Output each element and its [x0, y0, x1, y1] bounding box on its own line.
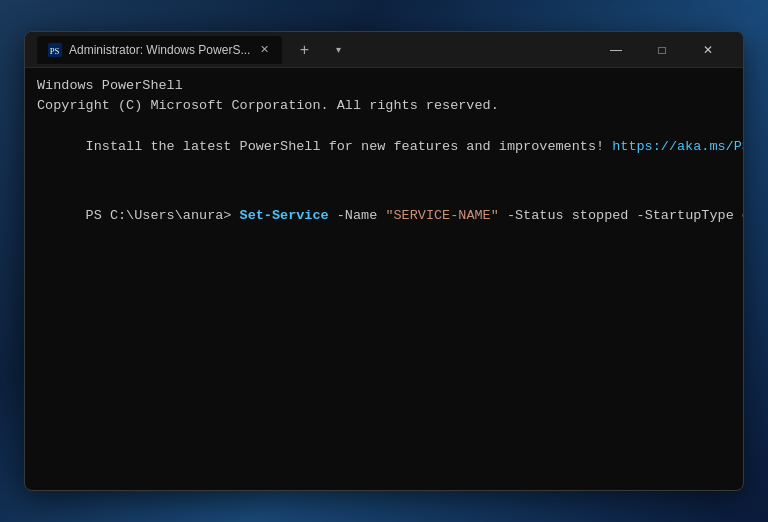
- cmd-param1: -Name: [329, 208, 386, 223]
- cmd-param2: -Status: [499, 208, 572, 223]
- powershell-window: PS Administrator: Windows PowerS... ✕ + …: [24, 31, 744, 491]
- cmd-setservice: Set-Service: [240, 208, 329, 223]
- new-tab-button[interactable]: +: [290, 36, 318, 64]
- terminal-body[interactable]: Windows PowerShell Copyright (C) Microso…: [25, 68, 743, 490]
- window-controls: — □ ✕: [593, 32, 731, 68]
- cmd-string: "SERVICE-NAME": [385, 208, 498, 223]
- terminal-line-3-link: https://aka.ms/PSWindows: [612, 139, 743, 154]
- powershell-icon: PS: [47, 42, 63, 58]
- terminal-line-1: Windows PowerShell: [37, 76, 731, 96]
- tab-label: Administrator: Windows PowerS...: [69, 43, 250, 57]
- minimize-button[interactable]: —: [593, 32, 639, 68]
- terminal-line-3: Install the latest PowerShell for new fe…: [37, 117, 731, 178]
- cmd-disabled: disabled: [742, 208, 743, 223]
- close-button[interactable]: ✕: [685, 32, 731, 68]
- active-tab[interactable]: PS Administrator: Windows PowerS... ✕: [37, 36, 282, 64]
- tab-dropdown-button[interactable]: ▾: [326, 38, 350, 62]
- terminal-prompt: PS C:\Users\anura>: [86, 208, 240, 223]
- titlebar-left: PS Administrator: Windows PowerS... ✕ + …: [37, 36, 585, 64]
- terminal-line-4: PS C:\Users\anura> Set-Service -Name "SE…: [37, 185, 731, 246]
- cmd-value: stopped: [572, 208, 629, 223]
- maximize-button[interactable]: □: [639, 32, 685, 68]
- terminal-line-3-prefix: Install the latest PowerShell for new fe…: [86, 139, 613, 154]
- svg-text:PS: PS: [50, 45, 60, 55]
- titlebar: PS Administrator: Windows PowerS... ✕ + …: [25, 32, 743, 68]
- cmd-param3: -StartupType: [628, 208, 741, 223]
- tab-close-button[interactable]: ✕: [256, 42, 272, 58]
- terminal-line-2: Copyright (C) Microsoft Corporation. All…: [37, 96, 731, 116]
